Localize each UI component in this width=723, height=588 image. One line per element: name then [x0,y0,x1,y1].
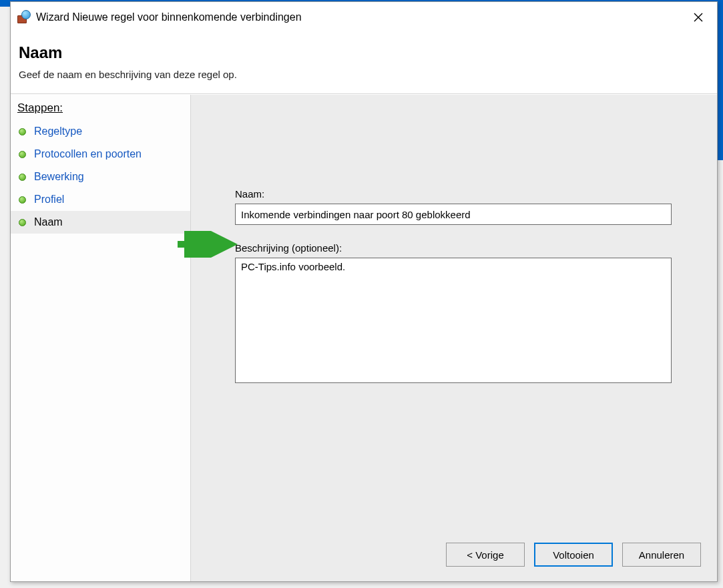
step-protocollen-en-poorten[interactable]: Protocollen en poorten [11,143,190,166]
name-label: Naam: [235,188,673,200]
step-bullet-icon [19,196,26,204]
steps-sidebar: Stappen: Regeltype Protocollen en poorte… [11,95,191,581]
cancel-button[interactable]: Annuleren [622,543,701,567]
step-bullet-icon [19,219,26,226]
step-regeltype[interactable]: Regeltype [11,120,190,143]
step-profiel[interactable]: Profiel [11,188,190,211]
steps-heading: Stappen: [11,97,190,120]
wizard-dialog: Wizard Nieuwe regel voor binnenkomende v… [10,1,718,582]
button-row: < Vorige Voltooien Annuleren [446,543,701,567]
step-bullet-icon [19,128,26,135]
page-title: Naam [19,43,717,62]
step-bullet-icon [19,174,26,181]
close-icon [694,13,703,22]
name-input[interactable] [235,204,672,225]
step-label: Regeltype [34,125,82,137]
step-label: Profiel [34,194,64,206]
description-label: Beschrijving (optioneel): [235,242,673,254]
step-bewerking[interactable]: Bewerking [11,166,190,188]
step-label: Bewerking [34,171,84,183]
step-label: Naam [34,216,63,228]
header-area: Naam Geef de naam en beschrijving van de… [11,33,717,94]
finish-button[interactable]: Voltooien [534,543,613,567]
description-textarea[interactable] [235,258,672,383]
step-bullet-icon [19,151,26,158]
firewall-icon [16,10,31,25]
window-title: Wizard Nieuwe regel voor binnenkomende v… [36,11,302,23]
page-description: Geef de naam en beschrijving van deze re… [19,69,717,80]
content-panel: Naam: Beschrijving (optioneel): < Vorige… [191,95,717,581]
title-bar: Wizard Nieuwe regel voor binnenkomende v… [11,2,717,33]
step-naam[interactable]: Naam [11,211,190,234]
dialog-body: Stappen: Regeltype Protocollen en poorte… [11,94,717,581]
step-label: Protocollen en poorten [34,148,142,160]
back-button[interactable]: < Vorige [446,543,525,567]
close-button[interactable] [680,2,717,33]
